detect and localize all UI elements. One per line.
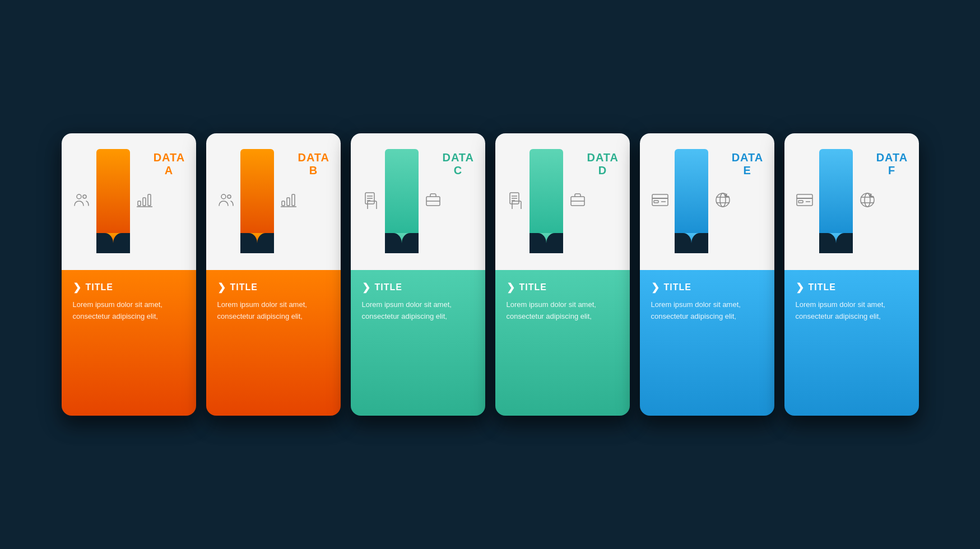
svg-rect-38 [798,201,803,203]
svg-point-41 [865,193,870,207]
title-arrow-e: ❯ [651,281,659,294]
card-e: DATA E ❯ TITLE Lorem ipsum dolor sit ame… [640,133,774,416]
desc-text-e: Lorem ipsum dolor sit amet, consectetur … [651,299,763,323]
card-d: DATA D ❯ TITLE Lorem ipsum dolor sit ame… [495,133,630,416]
svg-point-31 [720,193,726,207]
icon-right-f [858,191,876,211]
card-top-d: DATA D [495,133,630,270]
title-arrow-a: ❯ [73,281,81,294]
card-top-a: DATA A [62,133,196,270]
card-c: DATA C ❯ TITLE Lorem ipsum dolor sit ame… [351,133,485,416]
title-row-d: ❯ TITLE [507,281,619,294]
svg-rect-8 [282,201,285,206]
desc-text-a: Lorem ipsum dolor sit amet, consectetur … [73,299,185,323]
title-text-e: TITLE [664,282,691,292]
desc-text-d: Lorem ipsum dolor sit amet, consectetur … [507,299,619,323]
svg-rect-23 [512,201,521,209]
svg-rect-9 [287,198,290,206]
card-bottom-c: ❯ TITLE Lorem ipsum dolor sit amet, cons… [351,270,485,416]
title-text-a: TITLE [86,282,113,292]
icon-right-e [714,191,732,211]
card-top-f: DATA F [784,133,919,270]
icon-left-c [362,191,380,211]
icon-right-d [569,191,587,211]
title-row-c: ❯ TITLE [362,281,474,294]
svg-point-35 [727,194,729,196]
icon-right-a [136,191,154,211]
title-text-d: TITLE [519,282,547,292]
title-row-a: ❯ TITLE [73,281,185,294]
svg-rect-3 [143,198,146,206]
title-arrow-b: ❯ [217,281,226,294]
card-a: DATA A ❯ TITLE Lorem ipsum dolor sit ame… [62,133,196,416]
title-arrow-d: ❯ [507,281,515,294]
data-label-e: DATA E [732,149,763,177]
svg-point-45 [871,194,874,196]
svg-rect-10 [292,194,295,206]
card-top-b: DATA B [206,133,341,270]
icon-right-c [424,191,442,211]
svg-rect-26 [652,194,668,206]
title-row-e: ❯ TITLE [651,281,763,294]
card-bottom-d: ❯ TITLE Lorem ipsum dolor sit amet, cons… [495,270,630,416]
icon-left-a [73,191,91,211]
card-bottom-a: ❯ TITLE Lorem ipsum dolor sit amet, cons… [62,270,196,416]
icon-right-b [280,191,298,211]
icon-left-e [651,191,669,211]
card-b: DATA B ❯ TITLE Lorem ipsum dolor sit ame… [206,133,341,416]
title-text-c: TITLE [375,282,402,292]
data-label-b: DATA B [298,149,329,177]
icon-left-d [507,191,524,211]
card-bottom-f: ❯ TITLE Lorem ipsum dolor sit amet, cons… [784,270,919,416]
svg-point-1 [83,195,86,198]
svg-point-0 [77,194,81,199]
svg-point-7 [227,195,231,198]
desc-text-c: Lorem ipsum dolor sit amet, consectetur … [362,299,474,323]
title-arrow-f: ❯ [796,281,804,294]
svg-rect-36 [797,194,812,206]
data-label-c: DATA C [442,149,473,177]
desc-text-f: Lorem ipsum dolor sit amet, consectetur … [796,299,908,323]
card-f: DATA F ❯ TITLE Lorem ipsum dolor sit ame… [784,133,919,416]
desc-text-b: Lorem ipsum dolor sit amet, consectetur … [217,299,329,323]
card-top-e: DATA E [640,133,774,270]
icon-left-b [217,191,235,211]
icon-left-f [796,191,814,211]
title-row-f: ❯ TITLE [796,281,908,294]
data-label-d: DATA D [587,149,618,177]
svg-rect-4 [148,194,151,206]
svg-rect-2 [138,201,141,206]
title-arrow-c: ❯ [362,281,370,294]
svg-rect-16 [368,201,377,209]
card-top-c: DATA C [351,133,485,270]
infographic: DATA A ❯ TITLE Lorem ipsum dolor sit ame… [39,111,941,438]
card-bottom-b: ❯ TITLE Lorem ipsum dolor sit amet, cons… [206,270,341,416]
title-text-f: TITLE [809,282,836,292]
svg-point-6 [221,194,226,199]
card-bottom-e: ❯ TITLE Lorem ipsum dolor sit amet, cons… [640,270,774,416]
data-label-f: DATA F [876,149,908,177]
svg-rect-28 [654,201,658,203]
title-text-b: TITLE [230,282,258,292]
data-label-a: DATA A [154,149,185,177]
title-row-b: ❯ TITLE [217,281,329,294]
